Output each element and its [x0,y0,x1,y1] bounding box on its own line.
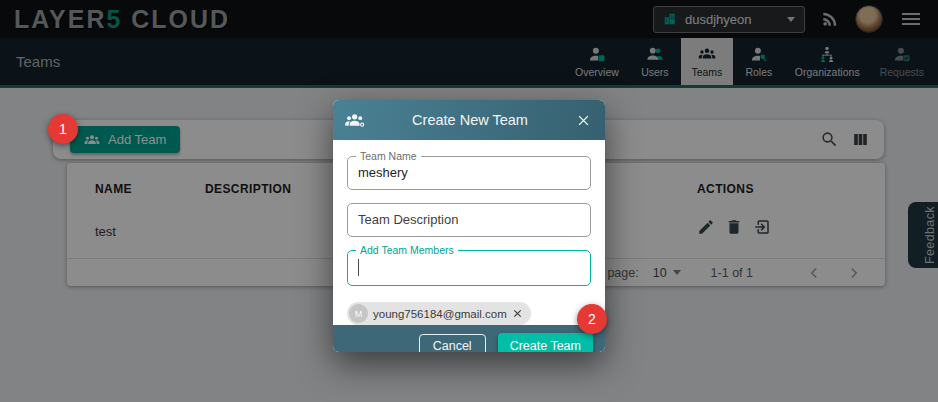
annotation-step-2: 2 [577,304,607,334]
chip-email: young756184@gmail.com [373,308,507,320]
annotation-step-1: 1 [48,114,78,144]
team-name-label: Team Name [356,150,421,162]
member-chip[interactable]: M young756184@gmail.com [347,302,531,325]
modal-header: Create New Team [333,100,605,140]
text-cursor [358,259,359,276]
chip-remove-icon[interactable] [512,308,523,319]
group-gear-icon [345,110,366,131]
modal-title: Create New Team [366,112,574,128]
create-team-modal: Create New Team Team Name meshery Team D… [333,100,605,352]
close-icon[interactable] [574,111,593,130]
create-team-button[interactable]: Create Team [498,333,593,352]
team-members-field[interactable]: Add Team Members [347,250,591,286]
team-description-placeholder: Team Description [348,204,590,235]
modal-body: Team Name meshery Team Description Add T… [333,140,605,325]
modal-footer: Cancel Create Team [333,325,605,352]
chip-avatar: M [349,304,368,323]
team-name-field[interactable]: Team Name meshery [347,156,591,190]
team-description-field[interactable]: Team Description [347,203,591,237]
team-members-label: Add Team Members [356,244,458,256]
cancel-button[interactable]: Cancel [419,334,486,352]
